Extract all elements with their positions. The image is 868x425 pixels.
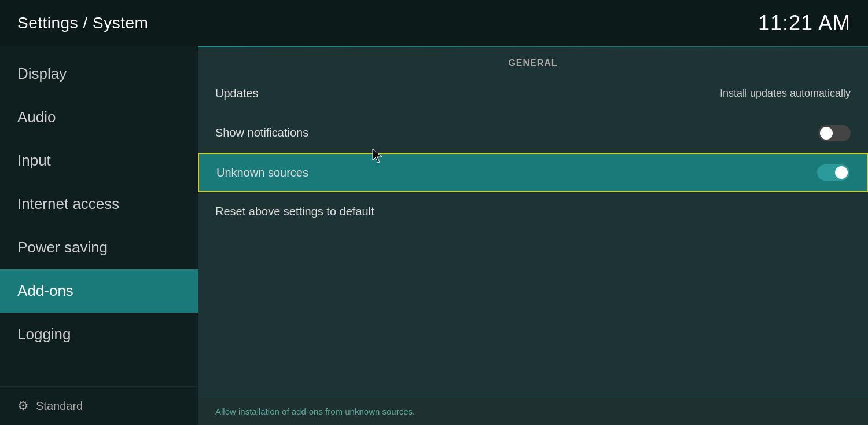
settings-list: Updates Install updates automatically Sh… xyxy=(198,74,868,398)
setting-label-reset: Reset above settings to default xyxy=(215,205,374,218)
section-title: General xyxy=(198,47,868,74)
settings-level-label: Standard xyxy=(36,400,83,413)
sidebar-nav: Display Audio Input Internet access Powe… xyxy=(0,46,198,386)
setting-label-updates: Updates xyxy=(215,87,259,100)
setting-label-show-notifications: Show notifications xyxy=(215,126,308,140)
sidebar-item-display[interactable]: Display xyxy=(0,52,198,96)
setting-label-unknown-sources: Unknown sources xyxy=(216,166,308,179)
page-title: Settings / System xyxy=(17,14,148,32)
sidebar-item-input[interactable]: Input xyxy=(0,139,198,182)
header: Settings / System 11:21 AM xyxy=(0,0,868,46)
toggle-unknown-sources[interactable] xyxy=(817,164,849,181)
setting-row-reset[interactable]: Reset above settings to default xyxy=(198,192,868,232)
gear-icon: ⚙ xyxy=(17,398,29,413)
setting-row-show-notifications[interactable]: Show notifications xyxy=(198,113,868,153)
toggle-knob-unknown-sources xyxy=(835,166,848,179)
toggle-knob-show-notifications xyxy=(820,127,833,140)
content-panel: General Updates Install updates automati… xyxy=(198,46,868,425)
toggle-show-notifications[interactable] xyxy=(818,125,851,141)
sidebar-item-power-saving[interactable]: Power saving xyxy=(0,226,198,269)
content-footer: Allow installation of add-ons from unkno… xyxy=(198,398,868,425)
sidebar: Display Audio Input Internet access Powe… xyxy=(0,46,198,425)
main-layout: Display Audio Input Internet access Powe… xyxy=(0,46,868,425)
sidebar-item-internet-access[interactable]: Internet access xyxy=(0,182,198,226)
sidebar-footer[interactable]: ⚙ Standard xyxy=(0,386,198,425)
setting-row-updates[interactable]: Updates Install updates automatically xyxy=(198,74,868,113)
clock: 11:21 AM xyxy=(758,11,851,35)
setting-row-unknown-sources[interactable]: Unknown sources xyxy=(198,153,868,192)
sidebar-item-add-ons[interactable]: Add-ons xyxy=(0,269,198,313)
footer-hint: Allow installation of add-ons from unkno… xyxy=(215,406,415,416)
setting-value-updates: Install updates automatically xyxy=(720,87,851,100)
sidebar-item-logging[interactable]: Logging xyxy=(0,313,198,356)
general-section: General Updates Install updates automati… xyxy=(198,47,868,398)
sidebar-item-audio[interactable]: Audio xyxy=(0,96,198,139)
